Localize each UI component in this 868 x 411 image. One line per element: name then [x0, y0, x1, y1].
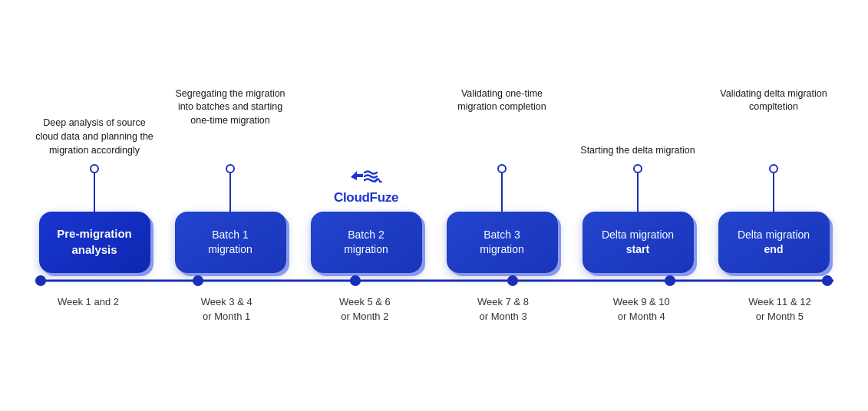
week-labels-row: Week 1 and 2 Week 3 & 4 or Month 1 Week …: [12, 288, 856, 324]
stage-desc-delta-end: Validating delta migration compltetion: [715, 87, 833, 164]
week-label-4: Week 7 & 8 or Month 3: [444, 294, 563, 324]
cloudfuze-logo-text: CloudFuze: [334, 190, 398, 206]
dot-5: [665, 275, 675, 286]
connector-pre-migration: [94, 173, 95, 212]
dot-6: [822, 275, 833, 286]
stage-delta-start: Starting the delta migration Delta migra…: [579, 87, 698, 273]
stage-desc-pre-migration: Deep analysis of source cloud data and p…: [35, 87, 154, 164]
week-label-1: Week 1 and 2: [29, 294, 148, 324]
dot-2: [193, 275, 203, 286]
logo-icon: [348, 166, 384, 188]
week-label-6: Week 11 & 12 or Month 5: [720, 294, 839, 324]
connector-batch3: [501, 173, 503, 212]
box-label-pre-migration: Pre-migrationanalysis: [57, 227, 132, 255]
circle-top-pre-migration: [90, 164, 99, 173]
stage-batch2: CloudFuze Batch 2migration: [307, 135, 426, 273]
week-label-5: Week 9 & 10 or Month 4: [582, 294, 701, 324]
box-delta-end: Delta migrationend: [718, 212, 830, 273]
week-label-2: Week 3 & 4 or Month 1: [167, 294, 286, 324]
box-batch3: Batch 3migration: [447, 212, 558, 273]
migration-diagram: Deep analysis of source cloud data and p…: [12, 72, 856, 340]
circle-top-delta-end: [769, 164, 778, 173]
box-batch2: Batch 2migration: [311, 212, 422, 273]
box-batch1: Batch 1migration: [175, 212, 286, 273]
circle-top-batch1: [226, 164, 235, 173]
box-delta-start: Delta migrationstart: [583, 212, 694, 273]
connector-delta-start: [637, 173, 639, 212]
stage-pre-migration: Deep analysis of source cloud data and p…: [35, 87, 154, 273]
box-label-delta-end: Delta migrationend: [738, 228, 810, 257]
stage-desc-delta-start: Starting the delta migration: [580, 87, 695, 164]
stage-desc-batch1: Segregating the migration into batches a…: [171, 87, 290, 164]
box-label-batch3: Batch 3migration: [480, 228, 524, 257]
circle-top-batch3: [497, 164, 507, 173]
stage-batch3: Validating one-time migration completion…: [443, 87, 562, 273]
week-label-3: Week 5 & 6 or Month 2: [305, 294, 424, 324]
stage-delta-end: Validating delta migration compltetion D…: [715, 87, 833, 273]
box-label-delta-start: Delta migrationstart: [602, 228, 674, 257]
cloudfuze-logo-area: CloudFuze: [334, 135, 398, 212]
stage-desc-batch3: Validating one-time migration completion: [443, 87, 562, 164]
box-label-batch1: Batch 1migration: [208, 228, 252, 257]
dot-4: [507, 275, 518, 286]
connector-batch1: [229, 173, 231, 212]
dot-3: [350, 275, 361, 286]
box-pre-migration: Pre-migrationanalysis: [39, 212, 150, 273]
dot-1: [35, 275, 46, 286]
timeline-row: [35, 273, 833, 288]
connector-delta-end: [773, 173, 774, 212]
cloudfuze-waves-icon: [348, 166, 384, 188]
circle-top-delta-start: [633, 164, 642, 173]
timeline-dots: [35, 275, 833, 286]
box-label-batch2: Batch 2migration: [344, 228, 388, 257]
stage-batch1: Segregating the migration into batches a…: [171, 87, 290, 273]
